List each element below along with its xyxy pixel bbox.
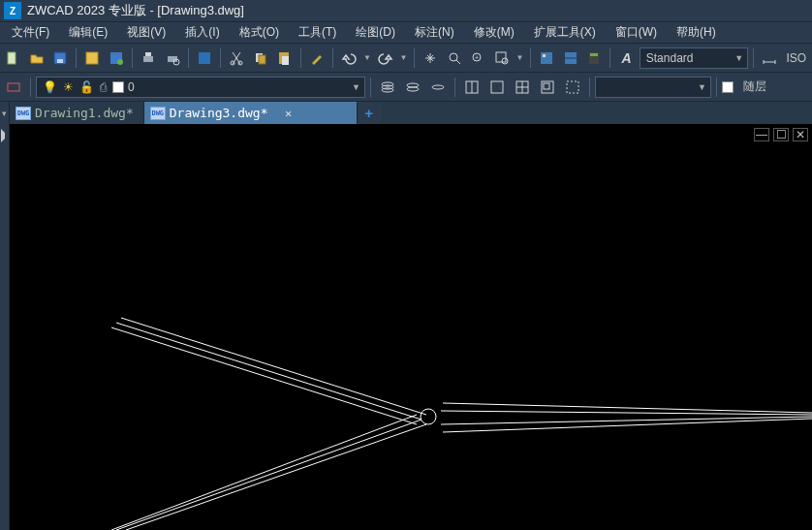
layer-dropdown[interactable]: 💡 ☀ 🔓 ⎙ 0 ▼ [36, 77, 365, 98]
menu-modify[interactable]: 修改(M) [464, 22, 524, 43]
cut-button[interactable] [226, 47, 247, 70]
undo-dropdown[interactable]: ▼ [361, 47, 372, 70]
redo-dropdown[interactable]: ▼ [398, 47, 409, 70]
tab-label: Drawing3.dwg* [170, 106, 268, 120]
sun-icon: ☀ [63, 80, 74, 94]
chevron-down-icon: ▼ [734, 53, 743, 63]
dimstyle-button[interactable] [759, 47, 780, 70]
separator [132, 48, 133, 68]
dwg-icon: DWG [16, 107, 31, 120]
separator [220, 48, 221, 68]
menu-format[interactable]: 格式(O) [230, 22, 289, 43]
svg-rect-2 [57, 59, 63, 63]
viewport-5-button[interactable] [561, 76, 584, 99]
copy-button[interactable] [250, 47, 271, 70]
open-file-button[interactable] [25, 47, 47, 70]
menu-edit[interactable]: 编辑(E) [59, 22, 117, 43]
menu-ext[interactable]: 扩展工具(X) [524, 22, 606, 43]
menu-draw[interactable]: 绘图(D) [346, 22, 405, 43]
calc-button[interactable] [583, 47, 605, 70]
layer-name: 0 [128, 80, 135, 94]
svg-line-18 [456, 60, 460, 64]
layer-prev-button[interactable] [426, 76, 450, 99]
svg-rect-46 [544, 83, 549, 89]
bylayer-label: 随层 [739, 78, 770, 95]
print-button[interactable] [138, 47, 159, 70]
tabs-scroll-left[interactable]: ▾ [0, 102, 10, 124]
iso-label: ISO [782, 51, 810, 65]
zoom-realtime-button[interactable] [444, 47, 465, 70]
print-preview-button[interactable] [161, 47, 182, 70]
svg-rect-47 [567, 81, 578, 93]
menu-file[interactable]: 文件(F) [2, 22, 59, 43]
text-style-value: Standard [646, 51, 694, 65]
svg-line-48 [121, 318, 426, 415]
tab-drawing1[interactable]: DWG Drawing1.dwg* [10, 102, 144, 124]
undo-button[interactable] [338, 47, 359, 70]
app-logo: Z [4, 2, 21, 19]
tab-drawing3[interactable]: DWG Drawing3.dwg* ✕ [144, 102, 358, 124]
tab-add-button[interactable]: + [358, 102, 381, 124]
svg-rect-3 [86, 52, 98, 64]
chevron-down-icon: ▼ [698, 82, 706, 92]
separator [414, 48, 415, 68]
separator [300, 48, 301, 68]
save-button[interactable] [49, 47, 71, 70]
text-style-dropdown[interactable]: Standard ▼ [640, 47, 748, 69]
menu-help[interactable]: 帮助(H) [667, 22, 726, 43]
save-as-button[interactable] [81, 47, 103, 70]
viewport-3-button[interactable] [511, 76, 534, 99]
chevron-down-icon: ▼ [352, 82, 360, 92]
zoom-dropdown[interactable]: ▼ [515, 47, 525, 70]
svg-rect-23 [541, 52, 552, 64]
svg-rect-7 [145, 52, 151, 56]
svg-line-53 [126, 424, 426, 530]
svg-rect-16 [282, 56, 289, 65]
layer-mgr-button[interactable] [376, 76, 399, 99]
new-file-button[interactable] [2, 47, 23, 70]
separator [188, 48, 189, 68]
zoom-window-button[interactable] [490, 47, 512, 70]
svg-rect-6 [143, 56, 153, 62]
save-extra-button[interactable] [106, 47, 127, 70]
viewport-2-button[interactable] [485, 76, 509, 99]
plot-button[interactable] [194, 47, 215, 70]
svg-point-12 [238, 61, 242, 65]
paste-button[interactable] [273, 47, 295, 70]
svg-rect-21 [496, 52, 506, 62]
redo-button[interactable] [375, 47, 396, 70]
layer-states-button[interactable] [401, 76, 424, 99]
match-prop-button[interactable] [305, 47, 327, 70]
drawing-canvas[interactable]: — ☐ ✕ [0, 124, 812, 530]
text-style-button[interactable]: A [615, 47, 637, 70]
menu-tools[interactable]: 工具(T) [289, 22, 346, 43]
canvas-sidebar-toggle[interactable] [0, 124, 10, 530]
separator [76, 48, 77, 68]
menu-dim[interactable]: 标注(N) [405, 22, 464, 43]
svg-rect-24 [543, 54, 546, 57]
viewport-1-button[interactable] [460, 76, 484, 99]
dwg-icon: DWG [150, 107, 166, 120]
pan-button[interactable] [420, 47, 441, 70]
menu-view[interactable]: 视图(V) [117, 22, 175, 43]
zoom-extents-button[interactable]: + [467, 47, 488, 70]
layer-color-swatch [112, 81, 124, 93]
svg-rect-28 [590, 53, 598, 56]
menu-insert[interactable]: 插入(I) [175, 22, 229, 43]
separator [609, 48, 610, 68]
separator [332, 48, 333, 68]
viewport-4-button[interactable] [536, 76, 559, 99]
viewport-scale-dropdown[interactable]: ▼ [595, 77, 711, 98]
layer-unsaved-button[interactable] [2, 76, 25, 99]
tool-palettes-button[interactable] [560, 47, 581, 70]
properties-button[interactable] [536, 47, 557, 70]
svg-point-54 [421, 409, 436, 424]
separator [370, 78, 371, 97]
menu-window[interactable]: 窗口(W) [606, 22, 667, 43]
toolbar-layer: 💡 ☀ 🔓 ⎙ 0 ▼ ▼ 随层 [0, 72, 812, 101]
tab-close-button[interactable]: ✕ [282, 107, 296, 120]
svg-point-22 [502, 58, 508, 64]
window-title: ZWCAD 2023 专业版 - [Drawing3.dwg] [27, 2, 244, 19]
svg-point-37 [407, 87, 419, 91]
separator [454, 78, 455, 97]
